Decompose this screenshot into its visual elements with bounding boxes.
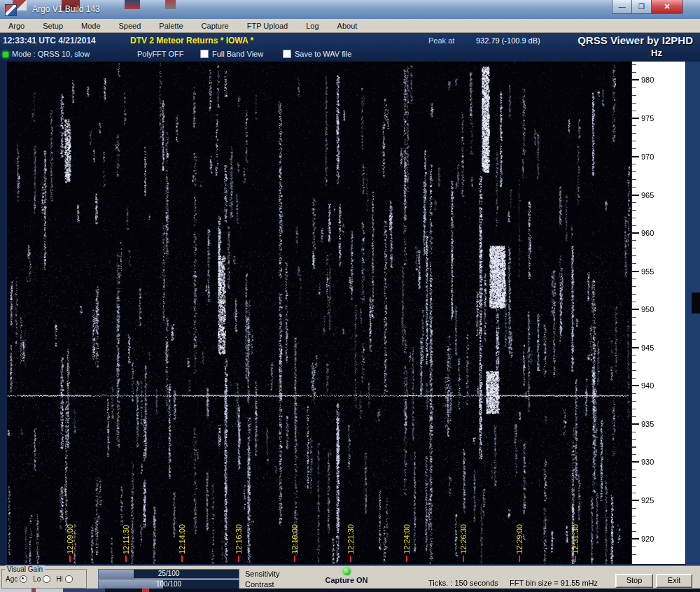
sensitivity-slider[interactable]: 25/100 (98, 569, 239, 579)
contrast-slider[interactable]: 100/100 (98, 579, 239, 589)
freq-tick-line-icon (632, 79, 639, 80)
mode-status: Mode : QRSS 10, slow (12, 50, 90, 58)
frequency-unit-label: Hz (651, 48, 662, 58)
peak-label: Peak at (428, 36, 454, 45)
lo-radio-option[interactable]: Lo (33, 575, 50, 583)
freq-tick-line-icon (632, 118, 639, 119)
freq-tick: 940 (632, 381, 654, 390)
desktop-notch (692, 293, 700, 313)
contrast-label: Contrast (245, 580, 274, 589)
freq-tick-line-icon (632, 500, 639, 501)
argo-app-icon (5, 4, 17, 16)
desktop-strip-right (686, 62, 700, 565)
background-window-fragment (165, 0, 176, 9)
freq-tick-line-icon (632, 347, 639, 348)
app-title: QRSS Viewer by I2PHD (578, 34, 693, 46)
capture-indicator: Capture ON (318, 568, 374, 584)
full-band-view-checkbox[interactable]: Full Band View (200, 50, 263, 58)
argo-application-window: Argo V1 Build 143 — ❐ ✕ Argo Setup Mode … (0, 0, 700, 592)
freq-tick-line-icon (632, 156, 639, 157)
checkbox-icon (283, 50, 291, 58)
taskbar-fragment (0, 589, 105, 592)
freq-tick-line-icon (632, 271, 639, 272)
menu-bar: Argo Setup Mode Speed Palette Capture FT… (0, 19, 700, 33)
visual-gain-title: Visual Gain (5, 565, 45, 573)
menu-about[interactable]: About (337, 22, 358, 30)
agc-radio-icon[interactable] (20, 575, 27, 583)
peak-value: 932.79 (-100.9 dB) (476, 36, 540, 45)
spectrogram-panel: 12:09:00 12:11:30 12:14:00 12:16:30 12:1… (0, 62, 700, 565)
sensitivity-value: 25/100 (99, 570, 239, 578)
maximize-button[interactable]: ❐ (632, 0, 652, 14)
freq-tick-line-icon (632, 538, 639, 540)
menu-palette[interactable]: Palette (159, 22, 183, 30)
freq-tick: 965 (632, 191, 654, 199)
ticks-info: Ticks. : 150 seconds (428, 579, 498, 587)
freq-tick: 920 (632, 535, 654, 543)
menu-log[interactable]: Log (306, 22, 318, 30)
exit-button[interactable]: Exit (656, 574, 692, 588)
checkbox-icon (200, 50, 209, 58)
freq-tick-line-icon (632, 309, 639, 310)
freq-tick-line-icon (632, 461, 639, 463)
menu-ftp-upload[interactable]: FTP Upload (247, 22, 288, 30)
control-bar: Visual Gain Agc Lo Hi 25/100 100/100 Sen… (0, 565, 700, 589)
minimize-button[interactable]: — (612, 0, 632, 14)
freq-tick: 925 (632, 496, 654, 505)
spectrogram-canvas[interactable] (7, 62, 631, 564)
stop-button[interactable]: Stop (615, 574, 653, 588)
utc-timestamp: 12:33:41 UTC 4/21/2014 (3, 36, 96, 45)
window-titlebar[interactable]: Argo V1 Build 143 — ❐ ✕ (0, 0, 700, 20)
freq-tick: 975 (632, 114, 654, 122)
background-window-fragment (125, 0, 140, 9)
desktop-strip-bottom (0, 589, 700, 592)
hi-radio-icon[interactable] (65, 575, 73, 583)
polyfft-status: PolyFFT OFF (137, 50, 183, 58)
window-controls: — ❐ ✕ (612, 0, 683, 14)
close-button[interactable]: ✕ (652, 0, 683, 14)
lo-radio-icon[interactable] (43, 575, 50, 583)
agc-radio-option[interactable]: Agc (6, 575, 27, 583)
capture-led-icon (343, 568, 351, 575)
freq-tick-line-icon (632, 195, 639, 196)
capture-status: Capture ON (318, 576, 374, 584)
fft-bin-info: FFT bin size = 91.55 mHz (510, 579, 598, 587)
sensitivity-label: Sensitivity (245, 570, 280, 578)
freq-tick: 970 (632, 153, 654, 161)
freq-tick: 955 (632, 267, 654, 276)
save-to-wav-checkbox[interactable]: Save to WAV file (283, 50, 351, 58)
session-banner: DTV 2 Meteor Returns * IOWA * (130, 36, 253, 45)
freq-tick: 950 (632, 305, 654, 313)
frequency-scale: 980 975 970 965 960 955 950 945 940 935 … (632, 62, 685, 564)
hi-radio-option[interactable]: Hi (56, 575, 72, 583)
menu-mode[interactable]: Mode (81, 22, 101, 30)
menu-capture[interactable]: Capture (202, 22, 229, 30)
full-band-view-label: Full Band View (212, 50, 263, 58)
freq-tick: 930 (632, 458, 654, 466)
taskbar-fragment (142, 589, 149, 592)
menu-argo[interactable]: Argo (8, 22, 24, 30)
save-to-wav-label: Save to WAV file (295, 50, 351, 58)
freq-tick: 945 (632, 344, 654, 352)
menu-speed[interactable]: Speed (119, 22, 141, 30)
freq-tick: 980 (632, 76, 654, 84)
mode-led-icon (3, 52, 8, 57)
freq-tick-line-icon (632, 423, 639, 425)
menu-setup[interactable]: Setup (43, 22, 63, 30)
freq-tick: 935 (632, 420, 654, 428)
visual-gain-group: Visual Gain Agc Lo Hi (1, 569, 87, 589)
freq-tick: 960 (632, 229, 654, 237)
status-header: 12:33:41 UTC 4/21/2014 DTV 2 Meteor Retu… (0, 33, 700, 62)
freq-tick-line-icon (632, 232, 639, 234)
window-title: Argo V1 Build 143 (32, 4, 100, 14)
contrast-value: 100/100 (99, 580, 239, 589)
freq-tick-line-icon (632, 385, 639, 386)
